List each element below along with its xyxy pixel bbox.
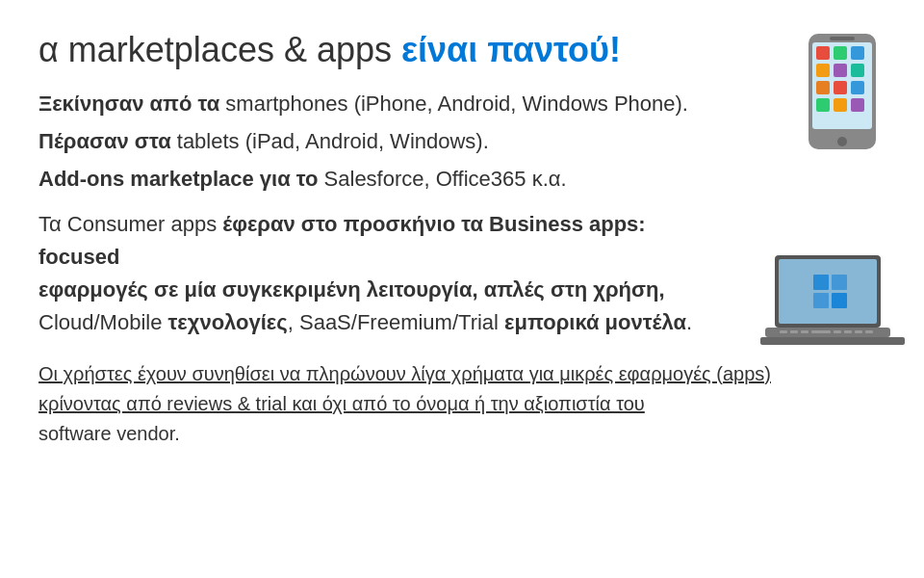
svg-rect-18 [813, 275, 829, 290]
svg-rect-10 [816, 81, 830, 94]
svg-rect-7 [816, 64, 830, 77]
bullet-1-normal: smartphones (iPhone, Android, Windows Ph… [219, 92, 688, 116]
svg-rect-14 [834, 98, 847, 112]
focused-line3-bold: τεχνολογίες [168, 310, 288, 334]
focused-bold2: εφαρμογές σε μία συγκεκριμένη λειτουργία… [38, 277, 665, 302]
bullet-3: Add-ons marketplace για το Salesforce, O… [38, 163, 886, 195]
focused-prefix: Τα Consumer apps [38, 212, 222, 236]
svg-rect-5 [834, 46, 847, 60]
focused-line3-end: , SaaS/Freemium/Trial [288, 310, 504, 334]
slide-container: α marketplaces & apps είναι παντού! Ξεκί… [0, 0, 924, 578]
svg-rect-31 [865, 330, 873, 333]
svg-rect-12 [851, 81, 864, 94]
bullet-2: Πέρασαν στα tablets (iPad, Android, Wind… [38, 125, 886, 157]
bullet-3-bold: Add-ons marketplace για το [38, 167, 318, 191]
focused-block: Τα Consumer apps έφεραν στο προσκήνιο τα… [38, 208, 693, 339]
svg-rect-23 [760, 337, 905, 345]
svg-rect-4 [816, 46, 830, 60]
svg-rect-17 [779, 259, 877, 324]
bullet-2-bold: Πέρασαν στα [38, 129, 171, 153]
bullet-2-normal: tablets (iPad, Android, Windows). [171, 129, 489, 153]
svg-rect-8 [834, 64, 847, 77]
bullet-1: Ξεκίνησαν από τα smartphones (iPhone, An… [38, 88, 886, 119]
slide-title: α marketplaces & apps είναι παντού! [38, 29, 886, 70]
svg-rect-30 [855, 330, 862, 333]
focused-line3-dot: . [686, 310, 692, 334]
bullets-section: Ξεκίνησαν από τα smartphones (iPhone, An… [38, 88, 886, 195]
svg-rect-29 [844, 330, 852, 333]
svg-rect-27 [811, 330, 831, 333]
focused-line3-bold2: εμπορικά μοντέλα [504, 310, 686, 334]
bottom-underlined-block: Οι χρήστες έχουν συνηθίσει να πληρώνουν … [38, 359, 857, 419]
svg-point-2 [837, 137, 847, 146]
laptop-image [760, 250, 905, 356]
svg-rect-9 [851, 64, 864, 77]
svg-rect-19 [832, 275, 847, 290]
svg-rect-26 [801, 330, 808, 333]
focused-line3-normal: Cloud/Mobile [38, 310, 168, 334]
svg-rect-11 [834, 81, 847, 94]
bottom-plain-text: software vendor. [38, 423, 180, 444]
svg-rect-28 [834, 330, 841, 333]
svg-rect-21 [832, 293, 847, 308]
svg-rect-13 [816, 98, 830, 112]
svg-rect-24 [780, 330, 787, 333]
svg-rect-25 [790, 330, 798, 333]
bullet-1-bold: Ξεκίνησαν από τα [38, 92, 219, 116]
bottom-underline-text: Οι χρήστες έχουν συνηθίσει να πληρώνουν … [38, 363, 771, 414]
svg-rect-6 [851, 46, 864, 60]
svg-rect-20 [813, 293, 829, 308]
title-normal: α marketplaces & apps [38, 30, 401, 69]
bullet-3-normal: Salesforce, Office365 κ.α. [318, 167, 566, 191]
title-greek: είναι παντού! [401, 30, 621, 69]
bottom-plain-block: software vendor. [38, 419, 857, 449]
phone-image [789, 29, 895, 154]
svg-rect-3 [830, 37, 855, 40]
svg-rect-15 [851, 98, 864, 112]
